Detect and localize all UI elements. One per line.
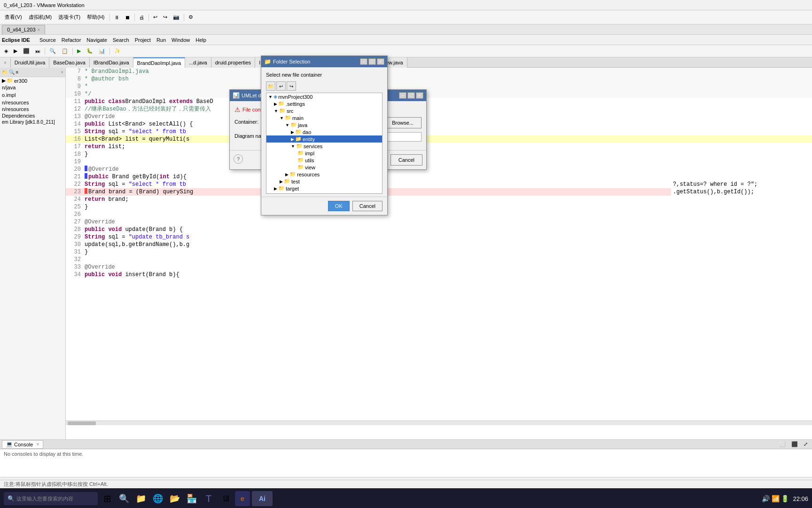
ai-label[interactable]: Ai — [252, 491, 273, 506]
folder-tree[interactable]: ▼ ◈ mvnProject300 ▶ 📁 .settings ▼ 📁 src … — [266, 93, 383, 194]
menu-help[interactable]: 帮助(H) — [84, 14, 107, 21]
eclipse-tb-btn5[interactable]: 🔍 — [47, 47, 58, 56]
eclipse-tb-coverage[interactable]: 📊 — [96, 47, 108, 56]
eclipse-tb-btn3[interactable]: ⬛ — [21, 47, 32, 56]
tree-item-5[interactable]: n/resources — [0, 99, 65, 106]
folder-close-btn[interactable]: × — [377, 58, 384, 65]
browse-button[interactable]: Browse... — [384, 117, 422, 128]
tree-src[interactable]: ▼ 📁 src — [266, 107, 382, 114]
tree-target[interactable]: ▶ 📁 target — [266, 185, 382, 192]
stop-btn[interactable]: ⏹ — [123, 13, 133, 22]
scrollbar-thumb[interactable] — [68, 421, 96, 425]
tree-dao[interactable]: ▶ 📁 dao — [266, 128, 382, 135]
tree-main[interactable]: ▼ 📁 main — [266, 114, 382, 121]
menu-refactor[interactable]: Refactor — [62, 37, 81, 43]
tab-druidutil[interactable]: DruidUtil.java — [11, 57, 49, 68]
wizard-minimize-btn[interactable]: − — [399, 92, 406, 99]
tab-druid-props[interactable]: druid.properties — [211, 57, 255, 68]
redo-btn[interactable]: ↪ — [161, 13, 170, 22]
taskbar-files-btn[interactable]: 📁 — [133, 491, 148, 506]
tree-item-3[interactable]: o.impl — [0, 92, 65, 98]
tree-mvnproject[interactable]: ▼ ◈ mvnProject300 — [266, 93, 382, 100]
menu-navigate[interactable]: Navigate — [86, 37, 107, 43]
tree-java[interactable]: ▼ 📁 java — [266, 121, 382, 128]
menu-window[interactable]: Window — [172, 37, 190, 43]
taskbar-search[interactable]: 🔍 这里输入您要搜索的内容 — [4, 492, 98, 505]
cancel-wizard-button[interactable]: Cancel — [390, 154, 422, 166]
taskbar-search-btn[interactable]: 🔍 — [117, 491, 132, 506]
snap-btn[interactable]: 📷 — [171, 13, 182, 22]
code-scrollbar[interactable] — [66, 421, 812, 425]
taskbar-teams-btn[interactable]: T — [201, 491, 216, 506]
tree-view[interactable]: 📁 view — [266, 164, 382, 171]
console-btn2[interactable]: ⬛ — [789, 440, 800, 449]
eclipse-tb-new[interactable]: ✨ — [112, 47, 123, 56]
tree-item-0[interactable]: ▶📁er300 — [0, 77, 65, 84]
console-tab[interactable]: 💻 Console × — [2, 440, 43, 449]
taskbar-store-btn[interactable]: 🏪 — [184, 491, 199, 506]
tree-resources[interactable]: ▶ 📁 resources — [266, 171, 382, 178]
eclipse-tb-run[interactable]: ▶ — [75, 47, 83, 56]
tree-services[interactable]: ▼ 📁 services — [266, 143, 382, 150]
tab-d-java[interactable]: ...d.java — [185, 57, 211, 68]
folder-back-btn[interactable]: ↩ — [276, 81, 286, 91]
pause-btn[interactable]: ⏸ — [112, 13, 122, 22]
eclipse-tb-btn4[interactable]: ⏭ — [33, 47, 43, 56]
taskbar: 🔍 这里输入您要搜索的内容 ⊞ 🔍 📁 🌐 📂 🏪 T 🖥 e Ai 🔊 📶 🔋… — [0, 489, 812, 508]
console-btn3[interactable]: ⤢ — [801, 440, 810, 449]
folder-icon-view: 📁 — [297, 164, 304, 170]
tab-basedao[interactable]: BaseDao.java — [49, 57, 90, 68]
folder-cancel-button[interactable]: Cancel — [352, 201, 383, 211]
eclipse-tb-btn2[interactable]: ▶ — [11, 47, 20, 56]
eclipse-tb-btn1[interactable]: ◈ — [2, 47, 10, 56]
print-btn[interactable]: 🖨 — [137, 13, 147, 22]
code-editor[interactable]: 7 * BrandDaoImpl.java 8 * @author bsh 9 … — [66, 68, 812, 439]
folder-minimize-btn[interactable]: − — [360, 58, 367, 65]
taskbar-browser-btn[interactable]: 🌐 — [150, 491, 165, 506]
tab-branddaoimpl[interactable]: BrandDaoImpl.java — [133, 57, 186, 68]
tree-utils[interactable]: 📁 utils — [266, 157, 382, 164]
menu-tab[interactable]: 选项卡(T) — [55, 14, 83, 21]
tab-ibranddao[interactable]: IBrandDao.java — [90, 57, 133, 68]
folder-forward-btn[interactable]: ↪ — [287, 81, 296, 91]
menu-vm[interactable]: 虚拟机(M) — [26, 14, 55, 21]
menu-project[interactable]: Project — [135, 37, 151, 43]
taskbar-terminal-btn[interactable]: 🖥 — [218, 491, 233, 506]
folder-selection-dialog[interactable]: 📁 Folder Selection − □ × Select new file… — [261, 56, 388, 215]
tree-item-jdk[interactable]: em Library [jdk1.8.0_211] — [0, 119, 65, 125]
tab-outline[interactable]: × — [0, 57, 11, 68]
expand-icon-settings: ▶ — [274, 102, 277, 106]
wizard-close-btn[interactable]: × — [416, 92, 423, 99]
eclipse-tb-debug[interactable]: 🐛 — [84, 47, 95, 56]
wizard-maximize-btn[interactable]: □ — [407, 92, 415, 99]
taskbar-eclipse-btn[interactable]: e — [235, 491, 250, 506]
taskbar-explorer-btn[interactable]: 📂 — [167, 491, 182, 506]
tree-test[interactable]: ▶ 📁 test — [266, 178, 382, 185]
menu-source[interactable]: Source — [39, 37, 56, 43]
code-line-26: 26 — [66, 211, 812, 218]
tree-item-deps[interactable]: Dependencies — [0, 112, 65, 119]
tree-settings[interactable]: ▶ 📁 .settings — [266, 100, 382, 107]
tree-item-1[interactable]: n/java — [0, 84, 65, 91]
help-icon[interactable]: ? — [234, 154, 243, 164]
menu-view[interactable]: 查看(V) — [2, 14, 25, 21]
tree-entity[interactable]: ▶ 📁 entity — [266, 135, 382, 143]
undo-btn[interactable]: ↩ — [151, 13, 160, 22]
vm-tab-close[interactable]: × — [38, 27, 40, 32]
vm-tab[interactable]: 0_x64_L203 × — [2, 25, 45, 34]
folder-new-btn[interactable]: 📁 — [266, 81, 275, 91]
folder-ok-button[interactable]: OK — [328, 201, 350, 211]
left-close-btn[interactable]: × — [61, 70, 63, 75]
tab-outline-close[interactable]: × — [4, 60, 7, 65]
tree-item-6[interactable]: n/resources — [0, 106, 65, 112]
eclipse-tb-btn6[interactable]: 📋 — [59, 47, 70, 56]
console-close-btn[interactable]: × — [36, 442, 39, 447]
taskbar-windows-btn[interactable]: ⊞ — [100, 491, 115, 506]
menu-run[interactable]: Run — [156, 37, 166, 43]
settings-btn[interactable]: ⚙ — [186, 13, 195, 22]
tree-impl[interactable]: 📁 impl — [266, 150, 382, 157]
console-btn1[interactable]: ⬜ — [777, 440, 788, 449]
folder-maximize-btn[interactable]: □ — [368, 58, 376, 65]
menu-help-eclipse[interactable]: Help — [195, 37, 206, 43]
menu-search[interactable]: Search — [113, 37, 129, 43]
